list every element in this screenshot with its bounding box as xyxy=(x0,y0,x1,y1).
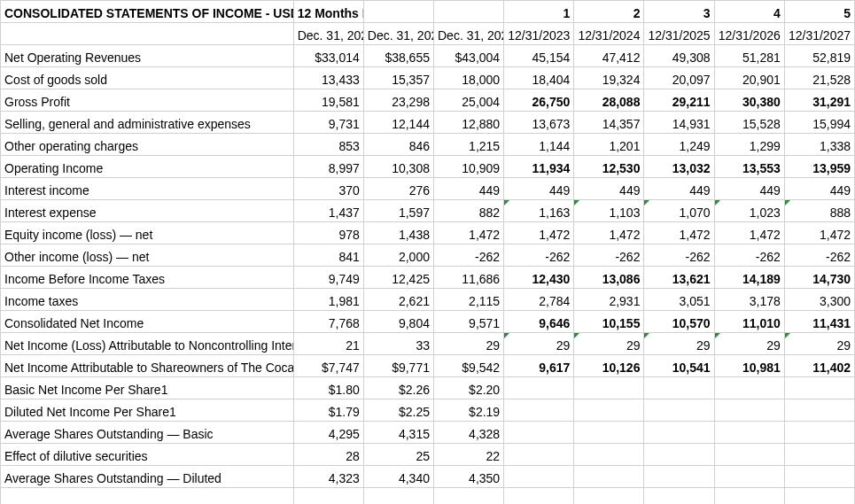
row-label[interactable]: Cost of goods sold xyxy=(1,67,294,89)
value-cell[interactable] xyxy=(714,377,784,399)
value-cell[interactable]: 23,298 xyxy=(363,89,433,112)
proj-num[interactable]: 4 xyxy=(714,1,784,23)
value-cell[interactable]: 45,154 xyxy=(504,45,574,67)
value-cell[interactable]: 9,731 xyxy=(293,112,363,134)
row-label[interactable]: Interest expense xyxy=(1,200,294,222)
value-cell[interactable]: 11,010 xyxy=(714,311,784,333)
value-cell[interactable]: 13,433 xyxy=(293,67,363,89)
value-cell[interactable] xyxy=(644,377,714,399)
value-cell[interactable]: 2,115 xyxy=(433,289,503,311)
value-cell[interactable]: 1,201 xyxy=(574,134,644,156)
value-cell[interactable]: 2,000 xyxy=(363,244,433,267)
value-cell[interactable]: 2,784 xyxy=(504,289,574,311)
value-cell[interactable]: 29 xyxy=(714,333,784,355)
value-cell[interactable] xyxy=(363,488,433,505)
value-cell[interactable]: 12,530 xyxy=(574,156,644,178)
value-cell[interactable]: 449 xyxy=(644,178,714,200)
value-cell[interactable]: 888 xyxy=(784,200,854,222)
value-cell[interactable]: $2.20 xyxy=(433,377,503,399)
proj-num[interactable]: 1 xyxy=(504,1,574,23)
value-cell[interactable]: 1,163 xyxy=(504,200,574,222)
value-cell[interactable]: 11,402 xyxy=(784,355,854,377)
value-cell[interactable]: 3,300 xyxy=(784,289,854,311)
value-cell[interactable]: $1.80 xyxy=(293,377,363,399)
value-cell[interactable]: 10,909 xyxy=(433,156,503,178)
value-cell[interactable]: 10,155 xyxy=(574,311,644,333)
value-cell[interactable]: 4,340 xyxy=(363,466,433,488)
value-cell[interactable]: $43,004 xyxy=(433,45,503,67)
proj-num[interactable]: 2 xyxy=(574,1,644,23)
value-cell[interactable]: 1,597 xyxy=(363,200,433,222)
value-cell[interactable]: 13,032 xyxy=(644,156,714,178)
value-cell[interactable]: 1,299 xyxy=(714,134,784,156)
value-cell[interactable] xyxy=(784,466,854,488)
value-cell[interactable] xyxy=(574,377,644,399)
value-cell[interactable] xyxy=(504,466,574,488)
value-cell[interactable]: -262 xyxy=(714,244,784,267)
value-cell[interactable]: $1.79 xyxy=(293,399,363,422)
value-cell[interactable] xyxy=(644,444,714,466)
value-cell[interactable]: 1,472 xyxy=(433,222,503,244)
date-header[interactable]: 12/31/2024 xyxy=(574,23,644,45)
value-cell[interactable]: $9,542 xyxy=(433,355,503,377)
value-cell[interactable]: 31,291 xyxy=(784,89,854,112)
value-cell[interactable]: 7,768 xyxy=(293,311,363,333)
value-cell[interactable]: 12,430 xyxy=(504,267,574,289)
value-cell[interactable] xyxy=(574,422,644,444)
value-cell[interactable]: 13,553 xyxy=(714,156,784,178)
value-cell[interactable] xyxy=(574,488,644,505)
row-label[interactable]: Gross Profit xyxy=(1,89,294,112)
row-label[interactable]: Average Shares Outstanding — Basic xyxy=(1,422,294,444)
value-cell[interactable]: 19,324 xyxy=(574,67,644,89)
value-cell[interactable]: $33,014 xyxy=(293,45,363,67)
value-cell[interactable]: 4,323 xyxy=(293,466,363,488)
value-cell[interactable]: 30,380 xyxy=(714,89,784,112)
title-cell[interactable]: CONSOLIDATED STATEMENTS OF INCOME - USD … xyxy=(1,1,294,23)
value-cell[interactable]: 11,686 xyxy=(433,267,503,289)
value-cell[interactable]: 47,412 xyxy=(574,45,644,67)
date-header[interactable]: 12/31/2025 xyxy=(644,23,714,45)
value-cell[interactable]: 2,621 xyxy=(363,289,433,311)
value-cell[interactable]: 18,404 xyxy=(504,67,574,89)
value-cell[interactable]: $38,655 xyxy=(363,45,433,67)
value-cell[interactable]: 449 xyxy=(504,178,574,200)
value-cell[interactable]: 1,472 xyxy=(714,222,784,244)
row-label[interactable]: Selling, general and administrative expe… xyxy=(1,112,294,134)
value-cell[interactable]: $9,771 xyxy=(363,355,433,377)
empty-label[interactable] xyxy=(1,23,294,45)
value-cell[interactable]: 29 xyxy=(644,333,714,355)
row-label[interactable]: Other operating charges xyxy=(1,134,294,156)
value-cell[interactable]: 29 xyxy=(433,333,503,355)
row-label[interactable]: Operating Income xyxy=(1,156,294,178)
value-cell[interactable]: 370 xyxy=(293,178,363,200)
proj-num[interactable]: 5 xyxy=(784,1,854,23)
value-cell[interactable]: 978 xyxy=(293,222,363,244)
value-cell[interactable]: 15,528 xyxy=(714,112,784,134)
value-cell[interactable]: 21,528 xyxy=(784,67,854,89)
value-cell[interactable]: 28 xyxy=(293,444,363,466)
date-header[interactable]: Dec. 31, 2020 xyxy=(293,23,363,45)
value-cell[interactable]: 29 xyxy=(504,333,574,355)
value-cell[interactable] xyxy=(574,444,644,466)
value-cell[interactable]: 4,350 xyxy=(433,466,503,488)
value-cell[interactable]: 4,315 xyxy=(363,422,433,444)
value-cell[interactable]: 10,126 xyxy=(574,355,644,377)
value-cell[interactable]: $7,747 xyxy=(293,355,363,377)
value-cell[interactable]: 52,819 xyxy=(784,45,854,67)
value-cell[interactable]: 26,750 xyxy=(504,89,574,112)
value-cell[interactable]: 10,570 xyxy=(644,311,714,333)
row-label[interactable]: Average Shares Outstanding — Diluted xyxy=(1,466,294,488)
value-cell[interactable]: 8,997 xyxy=(293,156,363,178)
date-header[interactable]: 12/31/2026 xyxy=(714,23,784,45)
value-cell[interactable]: 22 xyxy=(433,444,503,466)
value-cell[interactable]: 1,144 xyxy=(504,134,574,156)
value-cell[interactable]: $2.25 xyxy=(363,399,433,422)
value-cell[interactable]: 12,880 xyxy=(433,112,503,134)
value-cell[interactable] xyxy=(714,399,784,422)
value-cell[interactable]: 4,295 xyxy=(293,422,363,444)
value-cell[interactable] xyxy=(784,444,854,466)
value-cell[interactable]: 1,023 xyxy=(714,200,784,222)
value-cell[interactable]: 1,215 xyxy=(433,134,503,156)
value-cell[interactable]: 14,730 xyxy=(784,267,854,289)
value-cell[interactable]: 29,211 xyxy=(644,89,714,112)
